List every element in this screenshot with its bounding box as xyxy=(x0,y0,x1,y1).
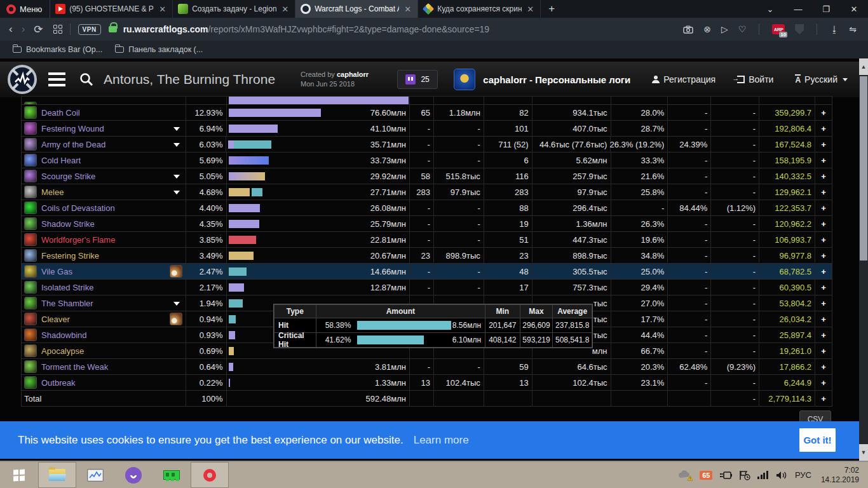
table-row[interactable]: Death Coil12.93%76.60млн651.18млн82934.1… xyxy=(22,105,832,121)
table-row[interactable]: Festering Wound6.94%41.10млн--101407.0ты… xyxy=(22,121,832,137)
bookmark-folder-2[interactable]: Панель закладок (... xyxy=(115,45,203,54)
ability-icon[interactable] xyxy=(24,201,37,214)
expand-plus-button[interactable]: + xyxy=(815,121,832,136)
ability-name-link[interactable]: Scourge Strike xyxy=(41,172,95,181)
expand-plus-button[interactable]: + xyxy=(815,311,832,327)
ability-icon[interactable] xyxy=(24,154,37,166)
table-row[interactable]: Scourge Strike5.05%29.92млн58515.8тыс116… xyxy=(22,168,832,184)
ability-name-link[interactable]: Shadow Strike xyxy=(41,219,95,229)
ability-name-cell[interactable]: Coils of Devastation xyxy=(22,200,186,215)
ability-name-link[interactable]: Festering Wound xyxy=(41,124,104,133)
taskbar-file-explorer[interactable] xyxy=(38,462,76,488)
alliance-crest-icon[interactable] xyxy=(454,69,475,90)
login-link[interactable]: Войти xyxy=(737,74,773,85)
table-row[interactable]: Torment the Weak0.64%3.81млн--5964.6тыс2… xyxy=(22,359,832,375)
ability-name-link[interactable]: The Shambler xyxy=(41,299,93,308)
table-total-row[interactable]: Total100%592.48млн-2,779,114.3+ xyxy=(22,391,832,407)
expand-plus-button[interactable]: + xyxy=(815,391,832,406)
twitch-badge[interactable]: 25 xyxy=(397,70,438,89)
ability-icon[interactable] xyxy=(24,122,37,135)
hamburger-menu-icon[interactable] xyxy=(48,72,65,86)
ability-icon[interactable] xyxy=(24,249,37,262)
downloads-icon[interactable]: ⭳ xyxy=(830,24,839,34)
expand-caret-icon[interactable] xyxy=(173,191,180,194)
ability-icon[interactable] xyxy=(24,138,37,151)
taskbar-clock[interactable]: 7:02 14.12.2019 xyxy=(821,466,859,485)
browser-tab-3[interactable]: Warcraft Logs - Combat An✕ xyxy=(295,0,418,18)
ability-icon[interactable] xyxy=(24,281,37,294)
warcraftlogs-logo-icon[interactable] xyxy=(8,65,37,94)
item-source-icon[interactable] xyxy=(170,313,182,325)
expand-plus-button[interactable]: + xyxy=(815,105,832,120)
ability-name-cell[interactable] xyxy=(22,97,186,104)
keyboard-language-indicator[interactable]: РУС xyxy=(795,470,811,480)
scrollbar-thumb[interactable] xyxy=(860,76,867,261)
ability-name-link[interactable]: Outbreak xyxy=(41,378,75,388)
learn-more-link[interactable]: Learn more xyxy=(414,434,469,447)
ability-name-link[interactable]: Apocalypse xyxy=(41,346,84,356)
forward-icon[interactable]: › xyxy=(22,23,25,36)
expand-plus-button[interactable]: + xyxy=(815,216,832,231)
user-personal-logs-link[interactable]: caphalorr - Персональные логи xyxy=(483,74,630,85)
ability-icon[interactable] xyxy=(24,376,37,389)
table-row[interactable] xyxy=(22,97,832,105)
ability-icon[interactable] xyxy=(24,329,37,341)
ability-name-cell[interactable]: Scourge Strike xyxy=(22,168,186,184)
ability-name-link[interactable]: Death Coil xyxy=(41,108,80,118)
ability-name-link[interactable]: Worldforger's Flame xyxy=(41,235,115,245)
ability-icon[interactable] xyxy=(24,217,37,230)
ability-name-cell[interactable]: Festering Wound xyxy=(22,121,186,136)
expand-caret-icon[interactable] xyxy=(173,127,180,131)
register-link[interactable]: Регистрация xyxy=(652,74,715,85)
scroll-down-arrow[interactable]: ▼ xyxy=(859,444,868,461)
taskbar-performance-monitor[interactable] xyxy=(76,462,114,488)
minimize-button[interactable]: — xyxy=(784,0,812,18)
onedrive-warning-icon[interactable] xyxy=(677,470,693,481)
ability-name-link[interactable]: Army of the Dead xyxy=(41,140,105,149)
temperature-tray-badge[interactable]: 65 xyxy=(700,471,712,480)
ability-name-cell[interactable]: Army of the Dead xyxy=(22,137,186,152)
expand-plus-button[interactable]: + xyxy=(815,152,832,168)
ability-name-link[interactable]: Melee xyxy=(41,187,64,197)
ability-name-link[interactable]: Torment the Weak xyxy=(41,362,108,372)
adblock-extension-icon[interactable]: ARP10 xyxy=(772,24,785,34)
expand-plus-button[interactable]: + xyxy=(815,200,832,215)
ability-name-link[interactable]: Isolated Strike xyxy=(41,283,93,292)
ability-icon[interactable] xyxy=(24,297,37,309)
back-icon[interactable]: ‹ xyxy=(9,23,13,36)
taskbar-viber[interactable] xyxy=(114,462,153,488)
ability-name-cell[interactable]: Torment the Weak xyxy=(22,359,186,374)
power-plug-icon[interactable] xyxy=(719,470,732,480)
tab-close-icon[interactable]: ✕ xyxy=(280,4,290,14)
vpn-badge[interactable]: VPN xyxy=(78,24,101,35)
ability-icon[interactable] xyxy=(24,233,37,246)
antivirus-extension-icon[interactable] xyxy=(795,24,804,34)
expand-plus-button[interactable]: + xyxy=(815,327,832,342)
ability-name-cell[interactable]: Total xyxy=(22,391,186,406)
ability-icon[interactable] xyxy=(24,344,37,357)
close-button[interactable]: ✕ xyxy=(840,0,868,18)
snapshot-camera-icon[interactable] xyxy=(683,25,693,34)
secure-lock-icon[interactable] xyxy=(109,26,117,32)
page-scrollbar[interactable]: ▲ ▼ xyxy=(859,58,868,461)
table-row[interactable]: Festering Strike3.49%20.67млн23898.9тыс2… xyxy=(22,248,832,264)
ability-icon[interactable] xyxy=(24,265,37,278)
ability-name-cell[interactable]: Shadowbind xyxy=(22,327,186,342)
ability-name-link[interactable]: Cleaver xyxy=(41,315,70,324)
ability-icon[interactable] xyxy=(24,360,37,373)
ability-name-cell[interactable]: Outbreak xyxy=(22,375,186,390)
ability-name-link[interactable]: Cold Heart xyxy=(41,156,81,165)
table-row[interactable]: Vile Gas2.47%14.66млн--48305.5тыс25.0%--… xyxy=(22,264,832,280)
search-icon[interactable] xyxy=(79,72,93,86)
expand-plus-button[interactable]: + xyxy=(815,184,832,200)
ability-name-cell[interactable]: Death Coil xyxy=(22,105,186,120)
scroll-up-arrow[interactable]: ▲ xyxy=(859,58,868,75)
new-tab-button[interactable]: + xyxy=(541,0,562,18)
expand-plus-button[interactable]: + xyxy=(815,280,832,295)
ability-name-link[interactable]: Shadowbind xyxy=(41,330,87,340)
bookmark-folder-1[interactable]: Bookmarks Bar (Op... xyxy=(13,45,102,54)
expand-plus-button[interactable]: + xyxy=(815,295,832,311)
table-row[interactable]: Shadow Strike4.35%25.79млн--191.36млн26.… xyxy=(22,216,832,232)
opera-menu-button[interactable]: Меню xyxy=(0,0,50,18)
tab-close-icon[interactable]: ✕ xyxy=(403,4,412,14)
